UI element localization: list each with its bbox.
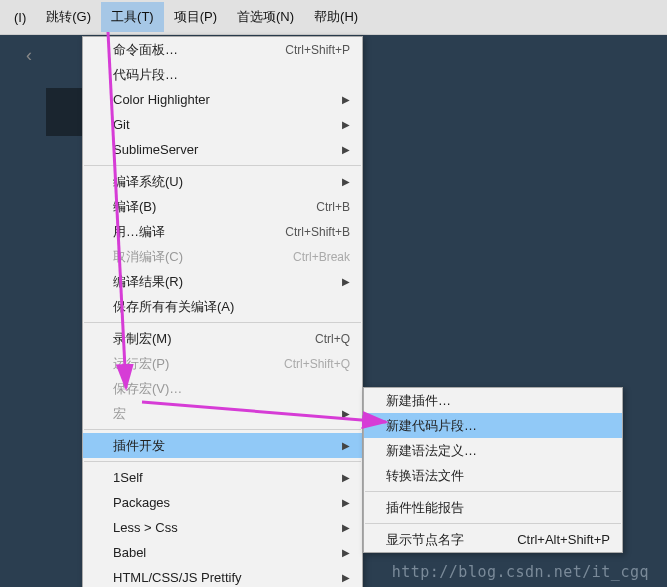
menu-item-label: 取消编译(C) bbox=[113, 248, 183, 266]
chevron-right-icon: ▶ bbox=[342, 119, 350, 130]
menu-shortcut: Ctrl+Shift+B bbox=[285, 225, 350, 239]
menu-item-label: HTML/CSS/JS Prettify bbox=[113, 570, 242, 585]
menu-item-label: 命令面板… bbox=[113, 41, 178, 59]
menu-item[interactable]: 插件开发▶ bbox=[83, 433, 362, 458]
menu-shortcut: Ctrl+Break bbox=[293, 250, 350, 264]
menu-item-label: 编译结果(R) bbox=[113, 273, 183, 291]
menu-item[interactable]: 新建插件… bbox=[364, 388, 622, 413]
menu-item[interactable]: Less > Css▶ bbox=[83, 515, 362, 540]
chevron-right-icon: ▶ bbox=[342, 176, 350, 187]
menu-shortcut: Ctrl+Alt+Shift+P bbox=[517, 532, 610, 547]
menu-item[interactable]: 转换语法文件 bbox=[364, 463, 622, 488]
menu-item-label: Color Highlighter bbox=[113, 92, 210, 107]
watermark: http://blog.csdn.net/it_cgq bbox=[392, 563, 649, 581]
menu-item[interactable]: 编译(B)Ctrl+B bbox=[83, 194, 362, 219]
menu-item-label: Babel bbox=[113, 545, 146, 560]
menu-shortcut: Ctrl+Q bbox=[315, 332, 350, 346]
menu-item[interactable]: Babel▶ bbox=[83, 540, 362, 565]
chevron-right-icon: ▶ bbox=[342, 522, 350, 533]
menu-project[interactable]: 项目(P) bbox=[164, 2, 227, 32]
chevron-right-icon: ▶ bbox=[342, 547, 350, 558]
menu-item[interactable]: 保存所有有关编译(A) bbox=[83, 294, 362, 319]
menu-separator bbox=[84, 165, 361, 166]
menubar: (I) 跳转(G) 工具(T) 项目(P) 首选项(N) 帮助(H) bbox=[0, 0, 667, 35]
menu-goto[interactable]: 跳转(G) bbox=[36, 2, 101, 32]
chevron-right-icon: ▶ bbox=[342, 408, 350, 419]
menu-item[interactable]: Color Highlighter▶ bbox=[83, 87, 362, 112]
menu-item-label: 编译(B) bbox=[113, 198, 156, 216]
menu-item[interactable]: Packages▶ bbox=[83, 490, 362, 515]
menu-item: 取消编译(C)Ctrl+Break bbox=[83, 244, 362, 269]
menu-item-label: SublimeServer bbox=[113, 142, 198, 157]
menu-item[interactable]: 命令面板…Ctrl+Shift+P bbox=[83, 37, 362, 62]
menu-item-label: 代码片段… bbox=[113, 66, 178, 84]
chevron-right-icon: ▶ bbox=[342, 572, 350, 583]
plugin-dev-submenu: 新建插件…新建代码片段…新建语法定义…转换语法文件插件性能报告显示节点名字Ctr… bbox=[363, 387, 623, 553]
chevron-right-icon: ▶ bbox=[342, 497, 350, 508]
menu-item-label: Less > Css bbox=[113, 520, 178, 535]
menu-item[interactable]: HTML/CSS/JS Prettify▶ bbox=[83, 565, 362, 587]
menu-item-label: 显示节点名字 bbox=[386, 531, 464, 549]
menu-separator bbox=[84, 322, 361, 323]
menu-item-label: 运行宏(P) bbox=[113, 355, 169, 373]
tools-dropdown: 命令面板…Ctrl+Shift+P代码片段…Color Highlighter▶… bbox=[82, 36, 363, 587]
menu-separator bbox=[84, 461, 361, 462]
menu-item[interactable]: 编译系统(U)▶ bbox=[83, 169, 362, 194]
chevron-right-icon: ▶ bbox=[342, 440, 350, 451]
menu-item[interactable]: Git▶ bbox=[83, 112, 362, 137]
menu-item[interactable]: 1Self▶ bbox=[83, 465, 362, 490]
menu-item[interactable]: 编译结果(R)▶ bbox=[83, 269, 362, 294]
menu-item-label: 编译系统(U) bbox=[113, 173, 183, 191]
menu-item: 宏▶ bbox=[83, 401, 362, 426]
menu-item[interactable]: 新建语法定义… bbox=[364, 438, 622, 463]
menu-item[interactable]: 录制宏(M)Ctrl+Q bbox=[83, 326, 362, 351]
menu-item-label: 保存宏(V)… bbox=[113, 380, 182, 398]
menu-help[interactable]: 帮助(H) bbox=[304, 2, 368, 32]
menu-item[interactable]: 用…编译Ctrl+Shift+B bbox=[83, 219, 362, 244]
menu-item-label: 录制宏(M) bbox=[113, 330, 172, 348]
menu-item[interactable]: SublimeServer▶ bbox=[83, 137, 362, 162]
menu-separator bbox=[365, 523, 621, 524]
menu-shortcut: Ctrl+B bbox=[316, 200, 350, 214]
menu-item[interactable]: 插件性能报告 bbox=[364, 495, 622, 520]
menu-item[interactable]: 代码片段… bbox=[83, 62, 362, 87]
menu-separator bbox=[365, 491, 621, 492]
menu-separator bbox=[84, 429, 361, 430]
menu-item: 保存宏(V)… bbox=[83, 376, 362, 401]
menu-item[interactable]: 显示节点名字Ctrl+Alt+Shift+P bbox=[364, 527, 622, 552]
menu-item[interactable]: 新建代码片段… bbox=[364, 413, 622, 438]
menu-item-label: 宏 bbox=[113, 405, 126, 423]
menu-item-label: 保存所有有关编译(A) bbox=[113, 298, 234, 316]
menu-item-label: 插件性能报告 bbox=[386, 499, 464, 517]
menu-tools[interactable]: 工具(T) bbox=[101, 2, 164, 32]
back-chevron-icon[interactable]: ‹ bbox=[14, 41, 44, 70]
chevron-right-icon: ▶ bbox=[342, 144, 350, 155]
chevron-right-icon: ▶ bbox=[342, 276, 350, 287]
menu-item-label: Git bbox=[113, 117, 130, 132]
menu-item-label: 转换语法文件 bbox=[386, 467, 464, 485]
menu-shortcut: Ctrl+Shift+P bbox=[285, 43, 350, 57]
chevron-right-icon: ▶ bbox=[342, 472, 350, 483]
menu-item: 运行宏(P)Ctrl+Shift+Q bbox=[83, 351, 362, 376]
menu-preferences[interactable]: 首选项(N) bbox=[227, 2, 304, 32]
menu-item-label: 新建插件… bbox=[386, 392, 451, 410]
menu-shortcut: Ctrl+Shift+Q bbox=[284, 357, 350, 371]
menu-item-label: 插件开发 bbox=[113, 437, 165, 455]
chevron-right-icon: ▶ bbox=[342, 94, 350, 105]
menu-item-label: 1Self bbox=[113, 470, 143, 485]
menu-item-0[interactable]: (I) bbox=[4, 4, 36, 31]
menu-item-label: 用…编译 bbox=[113, 223, 165, 241]
menu-item-label: 新建代码片段… bbox=[386, 417, 477, 435]
menu-item-label: 新建语法定义… bbox=[386, 442, 477, 460]
menu-item-label: Packages bbox=[113, 495, 170, 510]
